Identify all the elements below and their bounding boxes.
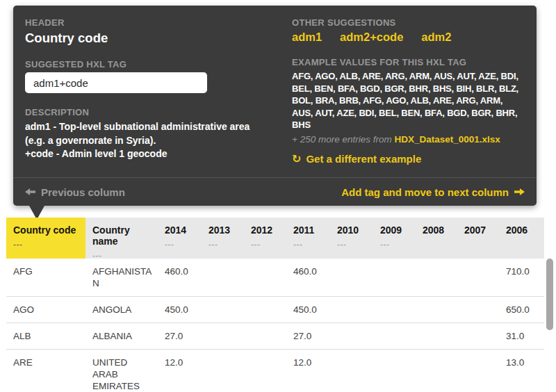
add-tag-next-column-button[interactable]: Add tag and move to next column bbox=[341, 186, 525, 198]
table-cell: 12.0 bbox=[286, 350, 330, 392]
panel-right-column: OTHER SUGGESTIONS adm1adm2+codeadm2 EXAM… bbox=[292, 17, 525, 165]
other-suggestions: adm1adm2+codeadm2 bbox=[292, 31, 525, 44]
table-cell bbox=[373, 323, 416, 349]
table-cell: 31.0 bbox=[499, 323, 544, 349]
description-label: DESCRIPTION bbox=[25, 107, 292, 117]
description-text: adm1 - Top-level subnational administrat… bbox=[25, 120, 270, 161]
other-suggestions-label: OTHER SUGGESTIONS bbox=[292, 17, 525, 28]
table-cell: 27.0 bbox=[286, 323, 330, 349]
table-cell: 450.0 bbox=[158, 297, 202, 322]
table-cell: AFG bbox=[6, 259, 85, 296]
previous-column-label: Previous column bbox=[41, 186, 125, 198]
table-cell: 460.0 bbox=[286, 259, 330, 296]
column-header[interactable]: 2012--- bbox=[244, 218, 286, 259]
table-header-row: Country code---Country name---2014---201… bbox=[6, 218, 544, 259]
table-body: AFGAFGHANISTAN460.0460.0710.0AGOANGOLA45… bbox=[6, 259, 544, 392]
table-row: AFGAFGHANISTAN460.0460.0710.0 bbox=[6, 259, 544, 297]
column-header[interactable]: 2008 bbox=[416, 218, 457, 259]
table-cell bbox=[373, 259, 416, 296]
column-tag: --- bbox=[165, 240, 202, 250]
table-cell: AFGHANISTAN bbox=[85, 259, 158, 296]
panel-footer: Previous column Add tag and move to next… bbox=[13, 177, 537, 206]
column-label: 2008 bbox=[423, 224, 457, 236]
description-term: +code bbox=[25, 148, 54, 159]
column-header[interactable]: 2010--- bbox=[330, 218, 373, 259]
table-row: AGOANGOLA450.0450.0650.0 bbox=[6, 297, 544, 323]
previous-column-button[interactable]: Previous column bbox=[25, 186, 125, 198]
table-cell bbox=[244, 259, 286, 296]
suggested-tag-label: SUGGESTED HXL TAG bbox=[25, 59, 292, 70]
table-cell bbox=[373, 297, 416, 322]
column-tag: --- bbox=[337, 240, 373, 250]
column-label: 2010 bbox=[337, 224, 373, 236]
table-cell: 460.0 bbox=[158, 259, 202, 296]
more-entries-prefix: + 250 more entries from bbox=[292, 134, 394, 145]
column-tag: --- bbox=[251, 240, 286, 250]
arrow-right-icon bbox=[514, 188, 525, 196]
table-cell bbox=[202, 350, 244, 392]
column-header[interactable]: 2013--- bbox=[202, 218, 244, 259]
column-tag: --- bbox=[380, 240, 416, 250]
table-cell bbox=[457, 297, 499, 322]
vertical-scrollbar bbox=[546, 259, 553, 392]
column-tag: --- bbox=[13, 240, 85, 250]
refresh-label: Get a different example bbox=[306, 153, 421, 165]
column-label: 2013 bbox=[208, 224, 244, 236]
table-cell: 27.0 bbox=[158, 323, 202, 349]
table-cell bbox=[244, 297, 286, 322]
suggestion-link[interactable]: adm1 bbox=[292, 31, 322, 44]
column-header[interactable]: Country name--- bbox=[85, 218, 158, 259]
table-cell bbox=[244, 350, 286, 392]
table-cell bbox=[330, 350, 373, 392]
column-header[interactable]: 2009--- bbox=[373, 218, 416, 259]
example-values: AFG, AGO, ALB, ARE, ARG, ARM, AUS, AUT, … bbox=[292, 70, 525, 131]
table-cell bbox=[457, 350, 499, 392]
table-cell bbox=[202, 297, 244, 322]
column-header[interactable]: Country code--- bbox=[6, 218, 85, 259]
scrollbar-thumb[interactable] bbox=[546, 259, 553, 330]
table-cell: 710.0 bbox=[499, 259, 544, 296]
table-cell bbox=[330, 323, 373, 349]
table-cell: 13.0 bbox=[499, 350, 544, 392]
table-cell bbox=[416, 297, 457, 322]
table-cell: ALBANIA bbox=[85, 323, 158, 349]
header-value: Country code bbox=[25, 31, 292, 46]
table-cell: 12.0 bbox=[158, 350, 202, 392]
table-cell bbox=[457, 323, 499, 349]
examples-label: EXAMPLE VALUES FOR THIS HXL TAG bbox=[292, 57, 525, 67]
column-header[interactable]: 2006 bbox=[499, 218, 544, 259]
table-cell bbox=[416, 350, 457, 392]
suggestion-link[interactable]: adm2 bbox=[421, 31, 451, 44]
table-cell: AGO bbox=[6, 297, 85, 322]
refresh-example-button[interactable]: ↻ Get a different example bbox=[292, 152, 525, 165]
table-cell bbox=[457, 259, 499, 296]
table-cell bbox=[202, 259, 244, 296]
arrow-left-icon bbox=[25, 188, 35, 196]
header-label: HEADER bbox=[25, 17, 292, 28]
column-header[interactable]: 2014--- bbox=[158, 218, 202, 259]
table-row: AREUNITED ARAB EMIRATES12.012.013.0 bbox=[6, 350, 544, 392]
column-label: 2014 bbox=[165, 224, 202, 236]
panel-left-column: HEADER Country code SUGGESTED HXL TAG DE… bbox=[25, 17, 292, 165]
table-cell: ANGOLA bbox=[85, 297, 158, 322]
table-cell bbox=[330, 297, 373, 322]
hxl-tag-input[interactable] bbox=[25, 72, 207, 93]
column-label: Country code bbox=[13, 224, 85, 236]
column-header[interactable]: 2011--- bbox=[286, 218, 330, 259]
description-entry: adm1 - Top-level subnational administrat… bbox=[25, 120, 270, 147]
column-tag: --- bbox=[208, 240, 244, 250]
table-cell: 450.0 bbox=[286, 297, 330, 322]
refresh-icon: ↻ bbox=[292, 152, 301, 165]
column-tag: --- bbox=[293, 240, 330, 250]
table-cell bbox=[244, 323, 286, 349]
column-header[interactable]: 2007 bbox=[457, 218, 499, 259]
suggestion-link[interactable]: adm2+code bbox=[340, 31, 403, 44]
column-label: 2009 bbox=[380, 224, 416, 236]
table-cell bbox=[416, 323, 457, 349]
data-table: Country code---Country name---2014---201… bbox=[6, 218, 544, 392]
add-tag-next-column-label: Add tag and move to next column bbox=[341, 186, 509, 198]
table-cell bbox=[416, 259, 457, 296]
column-label: 2011 bbox=[293, 224, 330, 236]
dataset-file-link[interactable]: HDX_Dataset_0001.xlsx bbox=[394, 134, 500, 145]
table-cell: 650.0 bbox=[499, 297, 544, 322]
